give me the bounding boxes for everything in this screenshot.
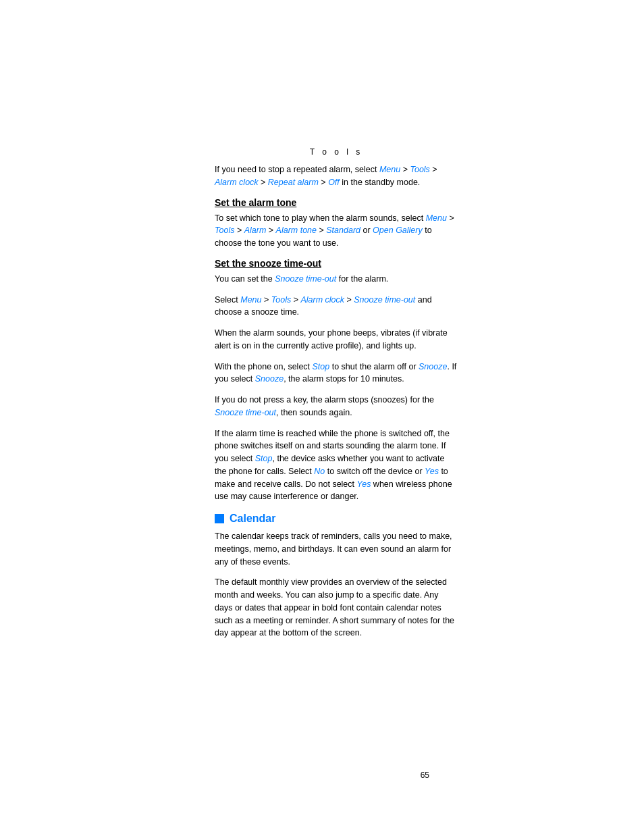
snooze-sep2: > [291, 295, 300, 305]
set-snooze-heading: Set the snooze time-out [215, 258, 458, 269]
set-alarm-tone-body: To set which tone to play when the alarm… [215, 212, 458, 250]
snooze-stop2-link: Stop [255, 454, 273, 463]
set-alarm-tone-section: Set the alarm tone To set which tone to … [215, 197, 458, 250]
snooze-para5: If you do not press a key, the alarm sto… [215, 394, 458, 419]
snooze-p5-after: , then sounds again. [276, 408, 352, 417]
calendar-para1: The calendar keeps track of reminders, c… [215, 530, 458, 568]
sat-or: or [360, 226, 373, 235]
intro-sep4: > [319, 178, 328, 187]
sat-alarm-link: Alarm [244, 226, 267, 235]
snooze-p4-end: , the alarm stops for 10 minutes. [284, 374, 404, 384]
intro-menu-link: Menu [379, 165, 400, 174]
snooze-para3: When the alarm sounds, your phone beeps,… [215, 327, 458, 353]
snooze-yes1-link: Yes [425, 467, 439, 476]
sat-standard-link: Standard [326, 226, 360, 235]
snooze-para4: With the phone on, select Stop to shut t… [215, 361, 458, 386]
set-snooze-section: Set the snooze time-out You can set the … [215, 258, 458, 503]
intro-text-before: If you need to stop a repeated alarm, se… [215, 165, 379, 174]
snooze-snooze1-link: Snooze [419, 362, 447, 371]
snooze-para1: You can set the Snooze time-out for the … [215, 273, 458, 286]
content-area: T o o l s If you need to stop a repeated… [215, 147, 458, 648]
intro-tools-link: Tools [410, 165, 429, 174]
snooze-sep1: > [262, 295, 271, 305]
calendar-section: Calendar The calendar keeps track of rem… [215, 513, 458, 640]
intro-sep2: > [430, 165, 437, 174]
sat-sep4: > [317, 226, 326, 235]
snooze-stop1-link: Stop [313, 362, 330, 371]
snooze-p5-before: If you do not press a key, the alarm sto… [215, 395, 434, 405]
intro-paragraph: If you need to stop a repeated alarm, se… [215, 163, 458, 189]
intro-sep1: > [400, 165, 410, 174]
snooze-p2-before: Select [215, 295, 240, 305]
snooze-time-link1: Snooze time-out [275, 274, 336, 284]
sat-menu-link: Menu [426, 213, 447, 223]
snooze-p6-cont: to switch off the device or [325, 467, 425, 476]
intro-repeat-alarm-link: Repeat alarm [268, 178, 319, 187]
intro-alarm-clock-link: Alarm clock [215, 178, 259, 187]
snooze-p4-mid: to shut the alarm off or [329, 362, 419, 371]
intro-sep3: > [259, 178, 268, 187]
snooze-no-link: No [314, 467, 325, 476]
set-alarm-tone-heading: Set the alarm tone [215, 197, 458, 208]
snooze-para2: Select Menu > Tools > Alarm clock > Snoo… [215, 294, 458, 319]
snooze-time-link3: Snooze time-out [215, 408, 276, 417]
snooze-menu-link: Menu [240, 295, 261, 305]
sat-sep2: > [234, 226, 244, 235]
calendar-icon [215, 514, 224, 523]
page: T o o l s If you need to stop a repeated… [0, 0, 644, 834]
sat-alarm-tone-link: Alarm tone [276, 226, 317, 235]
snooze-tools-link: Tools [271, 295, 291, 305]
snooze-alarm-clock-link: Alarm clock [300, 295, 344, 305]
sat-sep1: > [447, 213, 454, 223]
calendar-title: Calendar [230, 513, 275, 525]
sat-open-gallery-link: Open Gallery [373, 226, 423, 235]
intro-off-link: Off [328, 178, 340, 187]
snooze-time-link2: Snooze time-out [354, 295, 415, 305]
snooze-p4-before: With the phone on, select [215, 362, 313, 371]
snooze-para6: If the alarm time is reached while the p… [215, 427, 458, 504]
snooze-sep3: > [344, 295, 354, 305]
page-number: 65 [421, 771, 429, 780]
snooze-yes2-link: Yes [357, 479, 371, 489]
snooze-snooze2-link: Snooze [255, 374, 284, 384]
calendar-heading-row: Calendar [215, 513, 458, 525]
snooze-p1-before: You can set the [215, 274, 275, 284]
sat-text1: To set which tone to play when the alarm… [215, 213, 426, 223]
calendar-para2: The default monthly view provides an ove… [215, 576, 458, 640]
sat-tools-link: Tools [215, 226, 234, 235]
snooze-p1-after: for the alarm. [336, 274, 388, 284]
tools-header: T o o l s [215, 147, 458, 157]
intro-text-after: in the standby mode. [340, 178, 421, 187]
sat-sep3: > [266, 226, 275, 235]
